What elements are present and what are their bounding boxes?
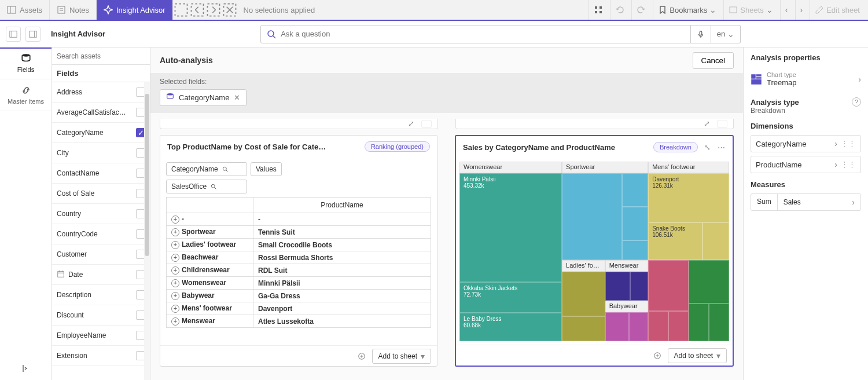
mic-button[interactable] (691, 25, 711, 43)
expand-icon[interactable]: + (171, 215, 179, 224)
field-country[interactable]: Country (52, 204, 150, 224)
ask-question-input[interactable] (281, 30, 685, 38)
treemap-chart[interactable]: Womenswear Minnki Pälsii453.32k Okkaba S… (459, 162, 729, 341)
sheets-dropdown[interactable]: Sheets ⌄ (723, 0, 777, 20)
selection-tool-1[interactable] (173, 0, 189, 20)
field-costofsale[interactable]: Cost of Sale (52, 184, 150, 204)
tm-green-1[interactable] (689, 260, 729, 304)
field-averagecallsatisfac[interactable]: AverageCallSatisfac… (52, 103, 150, 123)
tm-baby-2[interactable] (629, 312, 648, 341)
edit-sheet[interactable]: Edit sheet (810, 0, 865, 20)
panel-left-button[interactable] (6, 27, 21, 42)
dim-productname[interactable]: ProductName›⋮⋮ (751, 156, 861, 173)
table-row[interactable]: +MenswearAtles Lussekofta (167, 315, 431, 328)
field-discount[interactable]: Discount (52, 305, 150, 326)
field-categoryname[interactable]: CategoryName✓ (52, 123, 150, 143)
tm-pink-2[interactable] (648, 311, 668, 341)
tm-mens-2[interactable] (630, 272, 648, 301)
explore-icon[interactable]: ⤢ (702, 119, 711, 129)
tab-insight-advisor[interactable]: Insight Advisor (97, 0, 173, 20)
selection-back[interactable] (189, 0, 205, 20)
tab-notes[interactable]: Notes (50, 0, 97, 20)
scrollbar[interactable] (144, 82, 150, 380)
table-row[interactable]: +-- (167, 213, 431, 226)
app-grid-button[interactable] (589, 0, 608, 20)
language-dropdown[interactable]: en⌄ (711, 25, 741, 43)
drag-handle-icon[interactable]: ⋮⋮ (841, 139, 856, 148)
tm-sport-1[interactable] (562, 173, 622, 260)
search-box[interactable] (260, 25, 691, 43)
pill-categoryname[interactable]: CategoryName (166, 162, 247, 176)
redo-button[interactable] (631, 0, 650, 20)
chart-type-row[interactable]: Chart type Treemap › (751, 68, 861, 90)
table-row[interactable]: +Ladies' footwearSmall Crocodile Boots (167, 239, 431, 251)
expand-icon[interactable]: + (171, 317, 179, 326)
next-sheet[interactable]: › (795, 0, 808, 20)
pill-values[interactable]: Values (251, 162, 282, 176)
add-to-sheet-button[interactable]: Add to sheet▾ (372, 349, 431, 364)
selected-chip-categoryname[interactable]: CategoryName ✕ (160, 89, 247, 106)
field-address[interactable]: Address (52, 82, 150, 103)
tm-davenport[interactable]: Davenport126.31k (648, 173, 729, 222)
measure-name[interactable]: Sales› (778, 194, 860, 210)
collapse-icon[interactable]: ⤡ (703, 142, 712, 152)
expand-icon[interactable]: + (171, 292, 179, 300)
cancel-button[interactable]: Cancel (693, 52, 734, 69)
expand-icon[interactable]: + (171, 254, 179, 262)
chip-remove[interactable]: ✕ (234, 93, 240, 102)
expand-icon[interactable]: + (171, 266, 179, 275)
tm-mf-3[interactable] (703, 222, 729, 260)
table-row[interactable]: +SportwearTennis Suit (167, 226, 431, 239)
scrollbar-thumb[interactable] (145, 94, 149, 256)
explore-icon[interactable] (357, 352, 366, 361)
bookmarks-dropdown[interactable]: Bookmarks ⌄ (653, 0, 721, 20)
table-row[interactable]: +ChildrenswearRDL Suit (167, 264, 431, 277)
tm-lebaby[interactable]: Le Baby Dress60.68k (459, 313, 562, 341)
field-countrycode[interactable]: CountryCode (52, 224, 150, 244)
tm-sport-4[interactable] (622, 240, 648, 260)
tm-snake[interactable]: Snake Boots106.51k (648, 222, 703, 260)
tm-baby-1[interactable] (605, 312, 629, 341)
tm-minnki[interactable]: Minnki Pälsii453.32k (459, 173, 562, 282)
tm-pink-3[interactable] (668, 311, 689, 341)
table-row[interactable]: +WomenswearMinnki Pälsii (167, 277, 431, 290)
rail-fields[interactable]: Fields (0, 48, 52, 79)
field-description[interactable]: Description (52, 285, 150, 305)
field-extension[interactable]: Extension (52, 346, 150, 366)
tm-okkaba[interactable]: Okkaba Skin Jackets72.73k (459, 282, 562, 313)
selection-forward[interactable] (205, 0, 222, 20)
rail-master-items[interactable]: Master items (0, 79, 52, 111)
measure-row[interactable]: Sum Sales› (751, 193, 861, 211)
prev-sheet[interactable]: ‹ (780, 0, 793, 20)
add-to-sheet-button[interactable]: Add to sheet▾ (668, 348, 727, 363)
more-icon[interactable]: ⋯ (716, 142, 726, 152)
field-customer[interactable]: Customer (52, 244, 150, 265)
tm-green-2[interactable] (689, 304, 709, 341)
tab-assets[interactable]: Assets (0, 0, 50, 20)
tm-ladies-1[interactable] (562, 272, 605, 316)
pill-salesoffice[interactable]: SalesOffice (166, 180, 247, 193)
tm-mens-1[interactable] (605, 272, 630, 301)
rail-collapse[interactable] (0, 357, 52, 380)
fields-search-input[interactable] (57, 48, 145, 64)
field-employeename[interactable]: EmployeeName (52, 326, 150, 346)
undo-button[interactable] (610, 0, 629, 20)
explore-icon[interactable]: ⤢ (406, 119, 415, 129)
fields-search[interactable] (52, 48, 150, 65)
field-date[interactable]: Date (52, 265, 150, 285)
tm-sport-2[interactable] (622, 173, 648, 207)
selection-clear[interactable] (222, 0, 238, 20)
help-icon[interactable]: ? (852, 97, 861, 107)
expand-icon[interactable]: + (171, 228, 179, 236)
tm-sport-3[interactable] (622, 207, 648, 240)
expand-icon[interactable]: + (171, 279, 179, 287)
measure-agg[interactable]: Sum (751, 194, 778, 210)
field-contactname[interactable]: ContactName (52, 163, 150, 184)
explore-icon[interactable] (653, 351, 662, 360)
drag-handle-icon[interactable]: ⋮⋮ (841, 160, 856, 169)
tm-green-3[interactable] (709, 304, 729, 341)
table-row[interactable]: +BeachwearRossi Bermuda Shorts (167, 251, 431, 264)
tm-ladies-2[interactable] (562, 316, 605, 341)
table-row[interactable]: +BabywearGa-Ga Dress (167, 290, 431, 302)
field-city[interactable]: City (52, 143, 150, 163)
